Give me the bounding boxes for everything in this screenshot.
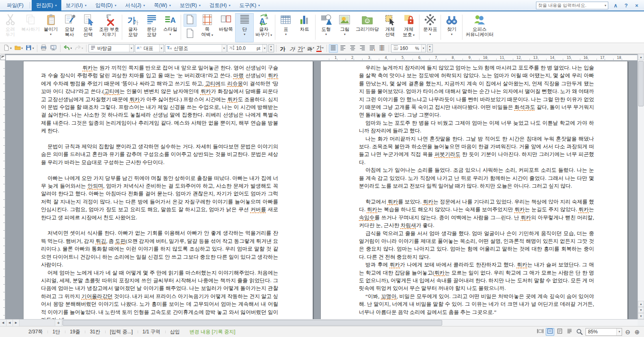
tab-type-selector[interactable] [0, 55, 6, 60]
align-distribute-button[interactable] [368, 44, 377, 53]
find-button[interactable]: 찾기▾ [442, 13, 461, 42]
object-select-button[interactable]: 개체 선택 [380, 13, 399, 42]
print-preview-button[interactable] [49, 44, 58, 53]
align-divide-button[interactable] [378, 44, 387, 53]
new-document-button[interactable]: ▾ [2, 44, 13, 53]
menu-item-6[interactable]: 쪽(W)▾ [149, 0, 175, 11]
shapes-button[interactable]: 도형▾ [317, 13, 335, 42]
print-button[interactable] [39, 44, 48, 53]
align-right-button[interactable] [358, 44, 367, 53]
close-button[interactable]: × [633, 2, 640, 9]
status-item-3[interactable]: 19줄 [65, 328, 85, 335]
clear-markup-button[interactable]: 조판 부호 지우기 [97, 13, 121, 42]
page-right[interactable]: 우리는 늦게까지 잠자리에 들지 않았고 엄마는 노와 함께 마시려고 포도주를… [320, 61, 628, 319]
page-left[interactable]: 뤼카는 뭔가 끼적인 쪽지를 반으로 접어 내 앞으로 밀어놓곤 한다. 영어 … [23, 61, 313, 319]
char-shape-button[interactable]: 가가글자 모양 [123, 13, 142, 42]
paragraph[interactable]: 방과 후에 뤼카가 나에게 보테 바에서 콜라라도 한잔하자고 했다. 뤼카는 … [359, 261, 594, 293]
chevron-down-icon[interactable]: ▾ [421, 45, 426, 52]
zoom-magnifier-button[interactable] [576, 328, 583, 336]
next-tab-button[interactable]: ▶ [13, 320, 19, 326]
change-text-button[interactable]: Aa글자 바꾸기 ▾ [254, 13, 274, 42]
paragraph[interactable]: 우리는 늦게까지 잠자리에 들지 않았고 엄마는 노와 함께 마시려고 포도주를… [359, 64, 594, 119]
bold-button[interactable]: 가 [279, 44, 287, 53]
chevron-down-icon[interactable]: ▾ [159, 45, 164, 52]
font-combo[interactable]: TH신명조▾ [165, 44, 227, 52]
vertical-ruler[interactable] [0, 54, 5, 319]
paragraph[interactable]: 어제 엄마는 노에게 내가 네 살 때 어떻게 몇 주 만에 읽기를 마스터했는… [41, 269, 278, 319]
align-left-button[interactable] [339, 44, 348, 53]
zoom-out-button[interactable]: ⊖ [624, 329, 631, 335]
horizontal-ruler[interactable]: 123456789101112131415161718 [6, 55, 638, 60]
columns-button[interactable]: 단▾ [235, 13, 254, 42]
spinner-down-icon[interactable]: ▼ [269, 48, 274, 52]
chevron-down-icon[interactable]: ▾ [605, 4, 606, 7]
line-spacing-combo[interactable]: 가나160%▾ [391, 44, 426, 52]
scroll-up-button[interactable]: ▲ [638, 54, 644, 60]
text-view-button[interactable] [565, 328, 574, 336]
page-width-view-button[interactable] [546, 328, 554, 336]
vertical-scroll-thumb[interactable] [638, 61, 644, 106]
select-all-button[interactable]: 모두 선택 [79, 13, 97, 42]
collapse-toolbar-button[interactable]: ∧ [612, 2, 619, 9]
paragraph[interactable]: 급식을 먹으려고 줄을 서서 엄마 생각을 했다. 엄마 얼굴이나 손이 기민하… [359, 230, 594, 261]
zoom-in-button[interactable]: ⊕ [633, 329, 641, 335]
status-item-1[interactable]: 2/37쪽 [24, 328, 48, 335]
document-tab-strip[interactable] [19, 320, 55, 326]
paragraph[interactable]: 학교에서 뤼카를 보았다. 뤼카는 정문에서 나를 기다리고 있었다. 우리는 … [359, 198, 594, 230]
menu-item-1[interactable]: 파일(F) [2, 0, 28, 11]
paragraph[interactable]: 문법이 규칙과 제약의 집합일 뿐이라고 생각하면 실수하는 거다. 자세히 들… [41, 143, 278, 166]
menu-item-7[interactable]: 보안(R)▾ [175, 0, 205, 11]
horizontal-scroll-track[interactable] [62, 320, 638, 326]
help-button[interactable]: ? [623, 2, 629, 9]
menu-item-3[interactable]: 보기(U)▾ [61, 0, 91, 11]
previous-page-button[interactable]: ▲ [638, 301, 644, 307]
menu-item-2[interactable]: 편집(E)▾ [32, 0, 61, 11]
search-input[interactable] [538, 3, 605, 8]
horizontal-scrollbar[interactable]: ◀ ◀ ▶ + [0, 319, 644, 326]
chevron-down-icon[interactable]: ▾ [129, 45, 134, 52]
chart-button[interactable]: 차트 [295, 13, 314, 42]
status-item-5[interactable]: [입력 중...] [105, 328, 138, 335]
style-combo[interactable]: 바탕글▾ [89, 44, 134, 52]
track-changes-status[interactable]: 변경 내용 [기록 중지] [185, 328, 240, 335]
page-portrait-button[interactable] [184, 14, 197, 27]
status-item-4[interactable]: 31칸 [85, 328, 105, 335]
status-item-7[interactable]: 삽입 [165, 328, 185, 335]
style-button[interactable]: A스타일▾ [161, 13, 179, 42]
search-box[interactable]: ▾ [536, 2, 608, 9]
paste-button[interactable]: 붙이기▾ [41, 13, 60, 42]
chevron-down-icon[interactable]: ▾ [262, 45, 267, 52]
strikethrough-button[interactable]: 과▾ [307, 44, 315, 53]
paragraph[interactable]: 아빠는 나에게 오만 가지 당부를 남긴 뒤에야 며칠 동안 상하이로 출장을 … [41, 175, 278, 222]
charmap-button[interactable]: 문자표▾ [421, 13, 439, 42]
menu-item-5[interactable]: 서식(J)▾ [121, 0, 149, 11]
chevron-down-icon[interactable]: ▾ [222, 45, 226, 52]
paragraph[interactable]: 저녁이면 셋이서 식사를 한다. 아빠가 없는 기회를 이용해서 아빠가 안 좋… [41, 229, 278, 269]
spinner-down-icon[interactable]: ▼ [428, 48, 432, 52]
open-document-button[interactable]: ▾ [13, 44, 24, 53]
office-communicator-button[interactable]: 오피스 커뮤니케이터 [464, 13, 495, 42]
spinner-up-icon[interactable]: ▲ [428, 45, 432, 48]
paragraph[interactable]: “이봐, 꼬맹아, 비밀은 모두에게 있어. 그리고 어떤 비밀은 처박아놓은 … [359, 293, 594, 316]
status-item-2[interactable]: 1단 [48, 328, 65, 335]
master-page-button[interactable]: 바탕쪽 [216, 13, 235, 42]
paragraph[interactable]: 엄마와 노는 포도주 한 병을 다 비웠고 그제야 엄마는 이제 너무 늦었고 … [359, 119, 594, 135]
menu-item-8[interactable]: 검토(H)▾ [205, 0, 235, 11]
format-copy-button[interactable]: 모양 복사 [60, 13, 79, 42]
preset-combo[interactable]: A가대표▾ [135, 44, 164, 52]
menu-item-9[interactable]: 도구(K)▾ [235, 0, 264, 11]
add-tab-button[interactable]: + [55, 320, 62, 326]
paragraph[interactable]: 뤼카는 뭔가 끼적인 쪽지를 반으로 접어 내 앞으로 밀어놓곤 한다. 영어 … [41, 64, 278, 135]
line-spacing-combo-spinner[interactable]: ▲▼ [427, 44, 433, 52]
page-margin-button[interactable]: 쪽 여백 ▾ [198, 13, 216, 42]
underline-button[interactable]: 가▾ [297, 44, 306, 53]
drawing-gallery-button[interactable]: 그리기마당 [354, 13, 381, 42]
align-justify-button[interactable] [329, 44, 338, 53]
undo-button[interactable]: ▾ [63, 44, 73, 53]
first-tab-button[interactable]: ◀ [0, 320, 6, 326]
vertical-scrollbar[interactable]: ▲ ▲ ▼ ▼ [638, 54, 644, 319]
scroll-down-button[interactable]: ▼ [638, 313, 644, 319]
paragraph[interactable]: 나는 화가 머리끝까지 나면 혼잣말을 한다. 그날 밤 적어도 한 시간은 침… [359, 135, 594, 167]
full-screen-view-button[interactable] [536, 328, 545, 336]
save-document-button[interactable]: ▾ [24, 44, 35, 53]
